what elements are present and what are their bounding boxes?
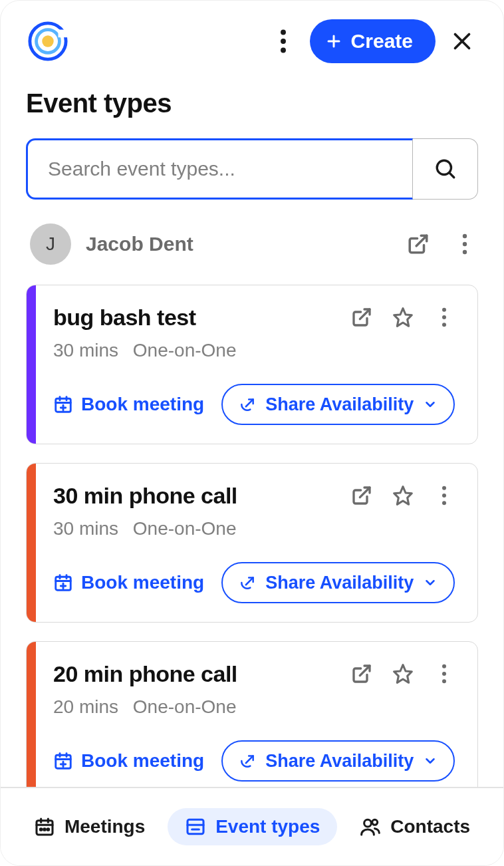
card-body: 30 min phone call [36, 464, 477, 622]
svg-line-13 [416, 235, 427, 246]
calendar-add-icon [53, 751, 73, 771]
share-icon [239, 752, 256, 770]
card-body: bug bash test [36, 285, 477, 444]
svg-point-43 [442, 664, 446, 668]
event-type-list: bug bash test [1, 265, 503, 801]
book-meeting-button[interactable]: Book meeting [53, 572, 204, 593]
kebab-icon [462, 233, 467, 255]
svg-line-41 [360, 666, 370, 676]
svg-line-28 [246, 399, 253, 406]
event-meta: 30 mins One-on-One [53, 518, 457, 539]
card-menu-button[interactable] [431, 304, 457, 331]
book-meeting-label: Book meeting [81, 750, 204, 772]
card-color-stripe [27, 642, 36, 800]
event-type: One-on-One [133, 518, 237, 539]
create-button-label: Create [351, 30, 413, 53]
svg-point-21 [442, 323, 446, 327]
svg-point-15 [463, 242, 467, 246]
event-type-card[interactable]: 30 min phone call [26, 463, 478, 623]
nav-event-types[interactable]: Event types [168, 808, 337, 845]
star-icon [392, 307, 414, 328]
share-availability-label: Share Availability [265, 751, 414, 772]
search-input-container [26, 138, 413, 200]
event-title: 20 min phone call [53, 661, 334, 687]
chevron-down-icon [423, 575, 438, 590]
card-favorite-button[interactable] [390, 482, 416, 509]
book-meeting-button[interactable]: Book meeting [53, 750, 204, 772]
book-meeting-button[interactable]: Book meeting [53, 394, 204, 415]
svg-point-64 [372, 819, 378, 825]
card-header: 30 min phone call [53, 482, 457, 509]
owner-actions [405, 231, 478, 257]
svg-line-17 [360, 309, 370, 319]
kebab-icon [441, 664, 447, 684]
calendar-icon [34, 816, 55, 837]
nav-contacts-label: Contacts [390, 816, 470, 837]
card-favorite-button[interactable] [390, 304, 416, 331]
bottom-nav: Meetings Event types Contacts [1, 787, 503, 865]
card-open-external-button[interactable] [348, 304, 375, 331]
svg-point-6 [281, 48, 286, 53]
card-favorite-button[interactable] [390, 660, 416, 687]
create-button[interactable]: Create [310, 19, 436, 63]
svg-point-58 [44, 829, 46, 831]
book-meeting-label: Book meeting [81, 394, 204, 415]
share-availability-label: Share Availability [265, 394, 414, 415]
card-menu-button[interactable] [431, 482, 457, 509]
event-type: One-on-One [133, 696, 237, 717]
event-type-card[interactable]: bug bash test [26, 285, 478, 444]
star-icon [392, 485, 414, 506]
calendar-add-icon [53, 394, 73, 414]
header-menu-button[interactable] [267, 25, 299, 57]
close-button[interactable] [446, 25, 478, 57]
contacts-icon [360, 816, 381, 837]
search-button[interactable] [413, 138, 478, 200]
card-actions: Book meeting Share Availability [53, 562, 457, 603]
nav-meetings[interactable]: Meetings [17, 808, 162, 845]
event-type-card[interactable]: 20 min phone call [26, 641, 478, 801]
event-type: One-on-One [133, 340, 237, 361]
nav-contacts[interactable]: Contacts [342, 808, 487, 845]
svg-line-40 [246, 577, 253, 585]
app-header: Create [1, 1, 503, 63]
svg-line-52 [246, 756, 253, 763]
nav-event-types-label: Event types [215, 816, 320, 837]
svg-point-33 [442, 501, 446, 505]
svg-marker-30 [394, 487, 412, 505]
card-open-external-button[interactable] [348, 660, 375, 687]
owner-name: Jacob Dent [86, 233, 390, 255]
card-menu-button[interactable] [431, 660, 457, 687]
svg-marker-18 [394, 309, 412, 327]
svg-point-31 [442, 486, 446, 490]
open-external-button[interactable] [405, 231, 432, 257]
svg-point-32 [442, 494, 446, 498]
card-open-external-button[interactable] [348, 482, 375, 509]
external-link-icon [351, 307, 372, 328]
app-logo [26, 19, 70, 63]
external-link-icon [351, 663, 372, 684]
chevron-down-icon [423, 397, 438, 412]
svg-line-29 [360, 488, 370, 498]
chevron-down-icon [423, 754, 438, 768]
card-color-stripe [27, 464, 36, 622]
page-title: Event types [1, 63, 503, 118]
svg-point-14 [463, 234, 467, 238]
owner-menu-button[interactable] [451, 231, 478, 257]
search-bar [26, 138, 478, 200]
book-meeting-label: Book meeting [81, 572, 204, 593]
search-input[interactable] [47, 157, 394, 181]
event-duration: 30 mins [53, 340, 118, 361]
svg-point-44 [442, 672, 446, 676]
share-availability-label: Share Availability [265, 573, 414, 593]
search-icon [434, 158, 457, 180]
external-link-icon [351, 485, 372, 506]
card-color-stripe [27, 285, 36, 444]
share-availability-button[interactable]: Share Availability [221, 562, 455, 603]
kebab-icon [441, 307, 447, 327]
card-header: 20 min phone call [53, 660, 457, 687]
svg-point-57 [40, 829, 42, 831]
share-availability-button[interactable]: Share Availability [221, 384, 455, 425]
share-availability-button[interactable]: Share Availability [221, 740, 455, 782]
event-meta: 30 mins One-on-One [53, 340, 457, 361]
share-icon [239, 396, 256, 413]
